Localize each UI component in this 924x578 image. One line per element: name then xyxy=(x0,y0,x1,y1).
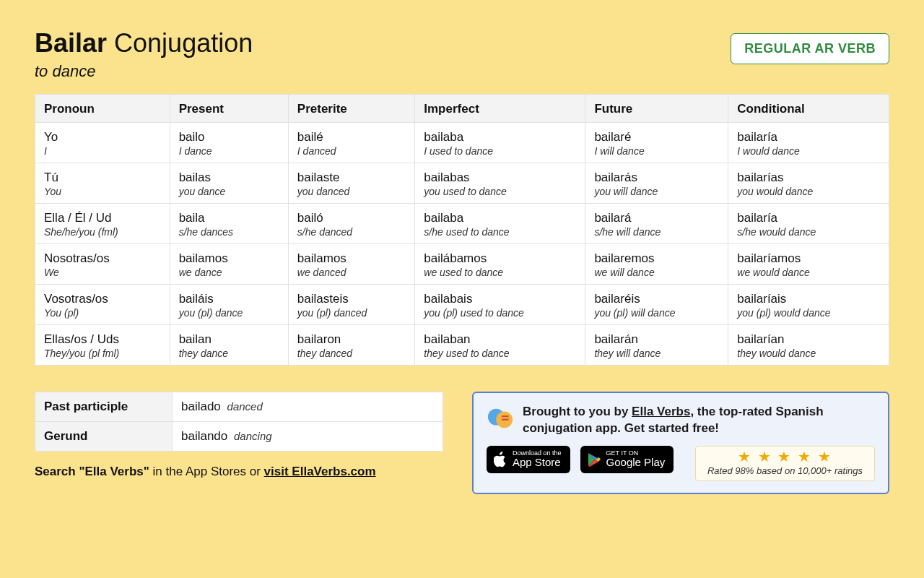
cell-pronoun: Nosotras/osWe xyxy=(35,243,170,284)
table-row: YoIbailoI dancebailéI dancedbailabaI use… xyxy=(35,122,889,163)
cell-pronoun: Ellas/os / UdsThey/you (pl fml) xyxy=(35,324,170,365)
col-present: Present xyxy=(170,94,288,122)
cell-preterite: bailós/he danced xyxy=(288,203,414,243)
svg-rect-3 xyxy=(502,417,509,418)
cell-future: bailarásyou will dance xyxy=(585,163,728,203)
bottom-section: Past participle bailado danced Gerund ba… xyxy=(35,392,889,495)
cell-present: bailamoswe dance xyxy=(170,243,288,284)
title-rest: Conjugation xyxy=(107,28,253,58)
cell-future: bailaremoswe will dance xyxy=(585,243,728,284)
cell-pronoun: Vosotras/osYou (pl) xyxy=(35,284,170,324)
cell-preterite: bailaronthey danced xyxy=(288,324,414,365)
past-participle-label: Past participle xyxy=(35,392,173,421)
app-store-button[interactable]: Download on theApp Store xyxy=(487,446,570,473)
cell-conditional: bailaríanthey would dance xyxy=(728,324,889,365)
table-row: Ella / Él / UdShe/he/you (fml)bailas/he … xyxy=(35,203,889,243)
cell-pronoun: TúYou xyxy=(35,163,170,203)
cell-conditional: bailarías/he would dance xyxy=(728,203,889,243)
apple-icon xyxy=(494,452,507,467)
page-header: Bailar Conjugation to dance REGULAR AR V… xyxy=(35,29,889,81)
table-row: Nosotras/osWebailamoswe dancebailamoswe … xyxy=(35,243,889,284)
cell-imperfect: bailabasyou used to dance xyxy=(415,163,585,203)
cell-conditional: bailaríasyou would dance xyxy=(728,163,889,203)
forms-table: Past participle bailado danced Gerund ba… xyxy=(35,392,443,452)
cell-pronoun: YoI xyxy=(35,122,170,163)
gerund-row: Gerund bailando dancing xyxy=(35,421,443,451)
cell-imperfect: bailabaisyou (pl) used to dance xyxy=(415,284,585,324)
app-icon xyxy=(487,405,514,432)
verb-meaning: to dance xyxy=(35,62,253,81)
cell-present: bailanthey dance xyxy=(170,324,288,365)
cell-preterite: bailéI danced xyxy=(288,122,414,163)
col-future: Future xyxy=(585,94,728,122)
gerund-label: Gerund xyxy=(35,421,173,451)
cell-present: bailoI dance xyxy=(170,122,288,163)
table-row: Vosotras/osYou (pl)bailáisyou (pl) dance… xyxy=(35,284,889,324)
cell-preterite: bailamoswe danced xyxy=(288,243,414,284)
promo-text: Brought to you by Ella Verbs, the top-ra… xyxy=(523,403,875,438)
cell-future: bailaréisyou (pl) will dance xyxy=(585,284,728,324)
page-title: Bailar Conjugation xyxy=(35,29,253,58)
rating-box: ★ ★ ★ ★ ★ Rated 98% based on 10,000+ rat… xyxy=(695,446,875,481)
verb-type-badge: REGULAR AR VERB xyxy=(731,33,889,64)
table-header-row: Pronoun Present Preterite Imperfect Futu… xyxy=(35,94,889,122)
cell-imperfect: bailabas/he used to dance xyxy=(415,203,585,243)
verb-name: Bailar xyxy=(35,28,107,58)
search-line: Search "Ella Verbs" in the App Stores or… xyxy=(35,465,443,479)
cell-present: bailasyou dance xyxy=(170,163,288,203)
cell-conditional: bailaríaI would dance xyxy=(728,122,889,163)
rating-text: Rated 98% based on 10,000+ ratings xyxy=(707,465,863,476)
cell-imperfect: bailábamoswe used to dance xyxy=(415,243,585,284)
promo-box: Brought to you by Ella Verbs, the top-ra… xyxy=(472,392,889,495)
cell-conditional: bailaríaisyou (pl) would dance xyxy=(728,284,889,324)
col-preterite: Preterite xyxy=(288,94,414,122)
col-imperfect: Imperfect xyxy=(415,94,585,122)
cell-present: bailáisyou (pl) dance xyxy=(170,284,288,324)
stars-icon: ★ ★ ★ ★ ★ xyxy=(707,449,863,464)
cell-pronoun: Ella / Él / UdShe/he/you (fml) xyxy=(35,203,170,243)
conjugation-table: Pronoun Present Preterite Imperfect Futu… xyxy=(35,94,889,366)
col-conditional: Conditional xyxy=(728,94,889,122)
table-row: TúYoubailasyou dancebailasteyou dancedba… xyxy=(35,163,889,203)
cell-future: bailaránthey will dance xyxy=(585,324,728,365)
extra-forms: Past participle bailado danced Gerund ba… xyxy=(35,392,443,479)
cell-present: bailas/he dances xyxy=(170,203,288,243)
title-block: Bailar Conjugation to dance xyxy=(35,29,253,81)
google-play-icon xyxy=(588,452,601,467)
table-row: Ellas/os / UdsThey/you (pl fml)bailanthe… xyxy=(35,324,889,365)
past-participle-row: Past participle bailado danced xyxy=(35,392,443,421)
visit-link[interactable]: visit EllaVerbs.com xyxy=(264,465,376,478)
ella-verbs-link[interactable]: Ella Verbs xyxy=(632,405,690,418)
gerund-value: bailando dancing xyxy=(173,421,443,451)
cell-conditional: bailaríamoswe would dance xyxy=(728,243,889,284)
cell-preterite: bailasteyou danced xyxy=(288,163,414,203)
cell-preterite: bailasteisyou (pl) danced xyxy=(288,284,414,324)
cell-future: bailarás/he will dance xyxy=(585,203,728,243)
past-participle-value: bailado danced xyxy=(173,392,443,421)
cell-imperfect: bailabaI used to dance xyxy=(415,122,585,163)
cell-future: bailaréI will dance xyxy=(585,122,728,163)
google-play-button[interactable]: GET IT ONGoogle Play xyxy=(580,446,674,473)
cell-imperfect: bailabanthey used to dance xyxy=(415,324,585,365)
col-pronoun: Pronoun xyxy=(35,94,170,122)
